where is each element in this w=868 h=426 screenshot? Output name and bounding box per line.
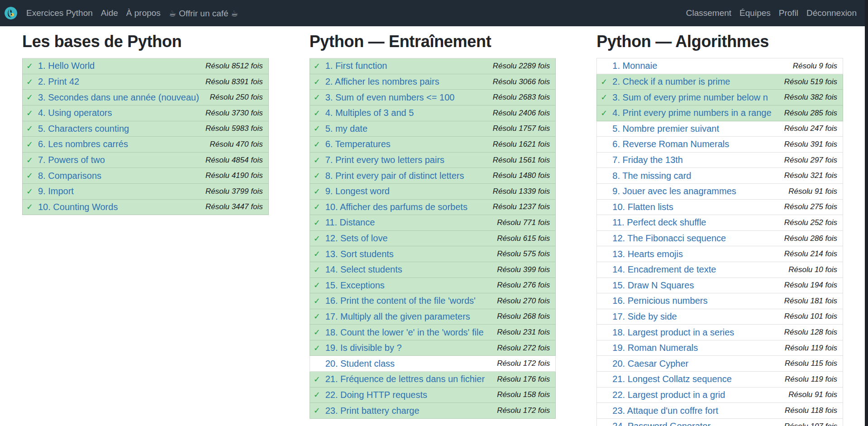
exercise-link[interactable]: 16. Pernicious numbers — [612, 296, 778, 306]
exercise-link[interactable]: 13. Hearts emojis — [612, 249, 778, 259]
check-icon: ✓ — [26, 187, 38, 196]
solved-count: Résolu 1480 fois — [493, 171, 550, 180]
exercise-row: ✓15. ExceptionsRésolu 276 fois — [310, 278, 556, 294]
column-title: Python — Entraînement — [310, 32, 556, 51]
exercise-link[interactable]: 10. Flatten lists — [612, 202, 778, 212]
solved-count: Résolu 231 fois — [497, 328, 550, 337]
nav-link-a-propos[interactable]: À propos — [122, 8, 165, 18]
exercise-link[interactable]: 19. Roman Numerals — [612, 343, 779, 353]
exercise-link[interactable]: 10. Afficher des parfums de sorbets — [325, 202, 487, 212]
exercise-link[interactable]: 18. Largest product in a series — [612, 327, 778, 338]
check-icon: ✓ — [314, 78, 325, 86]
exercise-link[interactable]: 19. Is divisible by ? — [325, 343, 491, 353]
exercise-link[interactable]: 8. Print every pair of distinct letters — [325, 171, 487, 181]
exercise-link[interactable]: 6. Reverse Roman Numerals — [612, 139, 778, 149]
exercise-row: ✓1. First functionRésolu 2289 fois — [310, 58, 556, 74]
exercise-row: ✓12. Sets of loveRésolu 615 fois — [310, 231, 556, 247]
exercise-row: 21. Longest Collatz sequenceRésolu 119 f… — [596, 372, 843, 388]
nav-link-deconnexion[interactable]: Déconnexion — [802, 8, 857, 18]
check-icon: ✓ — [26, 140, 38, 148]
exercise-link[interactable]: 23. Attaque d'un coffre fort — [612, 406, 779, 416]
exercise-link[interactable]: 21. Fréquence de lettres dans un fichier — [325, 374, 491, 384]
exercise-list: ✓1. First functionRésolu 2289 fois✓2. Af… — [310, 58, 556, 419]
check-icon: ✓ — [26, 172, 38, 180]
exercise-link[interactable]: 5. Characters counting — [38, 124, 200, 134]
solved-count: Résolu 181 fois — [784, 297, 837, 306]
check-icon: ✓ — [314, 266, 325, 274]
exercise-row: ✓21. Fréquence de lettres dans un fichie… — [310, 372, 556, 388]
exercise-row: ✓10. Counting WordsRésolu 3447 fois — [22, 200, 269, 215]
exercise-link[interactable]: 15. Exceptions — [325, 280, 491, 291]
exercise-link[interactable]: 20. Student class — [325, 359, 491, 369]
exercise-link[interactable]: 5. Nombre premier suivant — [612, 124, 778, 134]
exercise-row: 9. Jouer avec les anagrammesRésolu 91 fo… — [596, 184, 843, 200]
exercise-link[interactable]: 5. my date — [325, 124, 487, 134]
exercise-link[interactable]: 8. Comparisons — [38, 171, 200, 181]
exercise-link[interactable]: 17. Multiply all the given parameters — [325, 311, 491, 322]
exercise-link[interactable]: 3. Sum of every prime number below n — [612, 92, 778, 103]
exercise-link[interactable]: 12. Sets of love — [325, 233, 491, 244]
solved-count: Résolu 8391 fois — [205, 77, 263, 86]
exercise-link[interactable]: 21. Longest Collatz sequence — [612, 374, 779, 384]
nav-link-offrir-un-cafe[interactable]: ☕ Offrir un café ☕ — [165, 8, 243, 19]
exercise-link[interactable]: 6. Temperatures — [325, 139, 487, 149]
solved-count: Résolu 119 fois — [785, 344, 837, 353]
exercise-link[interactable]: 22. Largest product in a grid — [612, 390, 783, 400]
exercise-link[interactable]: 9. Longest word — [325, 186, 487, 196]
exercise-link[interactable]: 3. Secondes dans une année (nouveau) — [38, 92, 204, 103]
exercise-link[interactable]: 1. Monnaie — [612, 61, 787, 71]
exercise-link[interactable]: 16. Print the content of the file 'words… — [325, 296, 491, 306]
exercise-link[interactable]: 11. Perfect deck shuffle — [612, 217, 778, 228]
exercise-link[interactable]: 2. Afficher les nombres pairs — [325, 77, 487, 87]
exercise-link[interactable]: 7. Powers of two — [38, 155, 200, 165]
exercise-link[interactable]: 6. Les nombres carrés — [38, 139, 204, 149]
exercise-row: 20. Student classRésolu 172 fois — [310, 356, 556, 372]
exercise-link[interactable]: 9. Import — [38, 186, 200, 196]
exercise-list: 1. MonnaieRésolu 9 fois✓2. Check if a nu… — [596, 58, 843, 426]
check-icon: ✓ — [314, 407, 325, 415]
exercise-link[interactable]: 11. Distance — [325, 217, 491, 228]
exercise-link[interactable]: 7. Friday the 13th — [612, 155, 778, 165]
exercise-link[interactable]: 14. Encadrement de texte — [612, 264, 783, 275]
exercise-link[interactable]: 12. The Fibonacci sequence — [612, 233, 778, 244]
exercise-link[interactable]: 24. Password Generator — [612, 421, 778, 426]
exercise-link[interactable]: 1. Hello World — [38, 61, 200, 71]
exercise-link[interactable]: 4. Multiples of 3 and 5 — [325, 108, 487, 118]
exercise-link[interactable]: 9. Jouer avec les anagrammes — [612, 186, 783, 196]
exercise-link[interactable]: 10. Counting Words — [38, 202, 200, 212]
solved-count: Résolu 2406 fois — [493, 109, 550, 118]
exercise-link[interactable]: 23. Print battery charge — [325, 406, 491, 416]
exercise-row: ✓22. Doing HTTP requestsRésolu 158 fois — [310, 388, 556, 403]
site-logo-icon[interactable] — [5, 7, 17, 19]
exercise-link[interactable]: 17. Side by side — [612, 311, 778, 322]
exercise-link[interactable]: 2. Print 42 — [38, 77, 200, 87]
exercise-row: 24. Password GeneratorRésolu 107 fois — [596, 419, 843, 426]
exercise-row: ✓3. Sum of even numbers <= 100Résolu 268… — [310, 90, 556, 105]
solved-count: Résolu 10 fois — [788, 265, 837, 274]
exercise-link[interactable]: 3. Sum of even numbers <= 100 — [325, 92, 487, 103]
nav-link-aide[interactable]: Aide — [97, 8, 122, 18]
exercise-link[interactable]: 8. The missing card — [612, 171, 778, 181]
exercise-link[interactable]: 18. Count the lower 'e' in the 'words' f… — [325, 327, 491, 338]
nav-link-equipes[interactable]: Équipes — [735, 8, 775, 18]
nav-link-classement[interactable]: Classement — [682, 8, 735, 18]
exercise-row: ✓3. Sum of every prime number below nRés… — [596, 90, 843, 105]
check-icon: ✓ — [601, 93, 612, 101]
exercise-link[interactable]: 4. Using operators — [38, 108, 200, 118]
exercise-row: ✓4. Multiples of 3 and 5Résolu 2406 fois — [310, 105, 556, 121]
exercise-link[interactable]: 13. Sort students — [325, 249, 491, 259]
exercise-link[interactable]: 20. Caesar Cypher — [612, 359, 779, 369]
page-scrollbar[interactable] — [865, 0, 868, 426]
exercise-link[interactable]: 7. Print every two letters pairs — [325, 155, 487, 165]
exercise-link[interactable]: 22. Doing HTTP requests — [325, 390, 491, 400]
solved-count: Résolu 3730 fois — [205, 109, 263, 118]
exercise-link[interactable]: 4. Print every prime numbers in a range — [612, 108, 778, 118]
nav-brand[interactable]: Exercices Python — [26, 8, 97, 18]
solved-count: Résolu 119 fois — [785, 375, 837, 384]
exercise-row: ✓2. Check if a number is primeRésolu 519… — [596, 74, 843, 90]
exercise-link[interactable]: 2. Check if a number is prime — [612, 77, 778, 87]
exercise-link[interactable]: 1. First function — [325, 61, 487, 71]
nav-link-profil[interactable]: Profil — [775, 8, 802, 18]
exercise-link[interactable]: 15. Draw N Squares — [612, 280, 778, 291]
exercise-link[interactable]: 14. Select students — [325, 264, 491, 275]
